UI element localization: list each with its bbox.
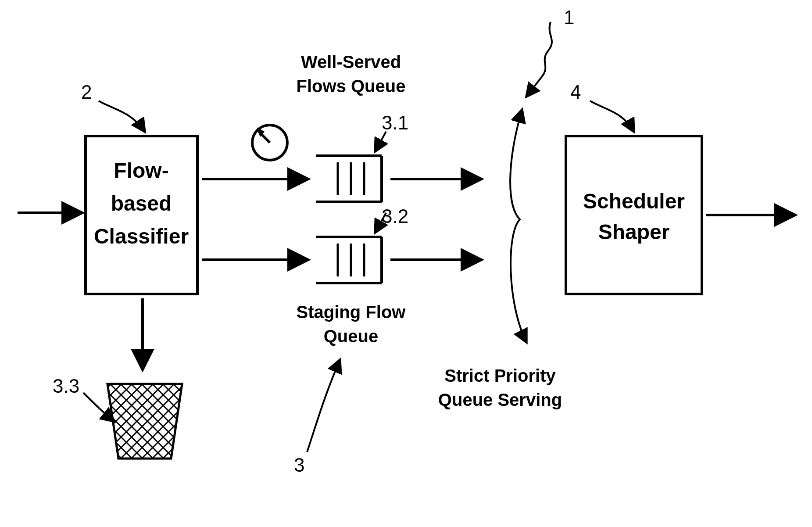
ref-33: 3.3 bbox=[53, 375, 79, 397]
scheduler-line2: Shaper bbox=[598, 220, 670, 244]
scheduler-shaper-block: Scheduler Shaper bbox=[566, 136, 702, 294]
flow-based-classifier-block: Flow- based Classifier bbox=[86, 136, 197, 294]
well-served-label-2: Flows Queue bbox=[297, 76, 406, 96]
staging-label-1: Staging Flow bbox=[297, 302, 406, 322]
staging-label-2: Queue bbox=[324, 326, 378, 346]
gauge-icon bbox=[252, 125, 287, 160]
ref-4-leader bbox=[590, 101, 634, 132]
ref-3: 3 bbox=[294, 454, 304, 476]
strict-label-1: Strict Priority bbox=[444, 366, 556, 385]
ref-31-leader bbox=[375, 132, 386, 151]
ref-32: 3.2 bbox=[382, 205, 408, 227]
ref-3-leader bbox=[307, 360, 340, 452]
ref-2: 2 bbox=[81, 81, 92, 103]
well-served-queue bbox=[316, 156, 382, 202]
classifier-line1: Flow- bbox=[114, 159, 168, 182]
strict-priority-bracket bbox=[510, 110, 526, 342]
ref-1: 1 bbox=[564, 7, 574, 28]
ref-2-leader bbox=[99, 101, 145, 132]
classifier-line2: based bbox=[111, 192, 172, 215]
ref-1-leader bbox=[526, 22, 552, 97]
well-served-label-1: Well-Served bbox=[301, 52, 401, 72]
scheduler-line1: Scheduler bbox=[583, 190, 685, 213]
ref-31: 3.1 bbox=[382, 112, 408, 133]
trash-bin-icon bbox=[107, 384, 182, 459]
classifier-line3: Classifier bbox=[94, 225, 189, 248]
ref-4: 4 bbox=[570, 81, 581, 103]
svg-rect-1 bbox=[566, 136, 702, 294]
strict-label-2: Queue Serving bbox=[438, 390, 562, 409]
staging-queue bbox=[316, 237, 382, 283]
diagram-canvas: Flow- based Classifier Scheduler Shaper bbox=[0, 0, 812, 527]
